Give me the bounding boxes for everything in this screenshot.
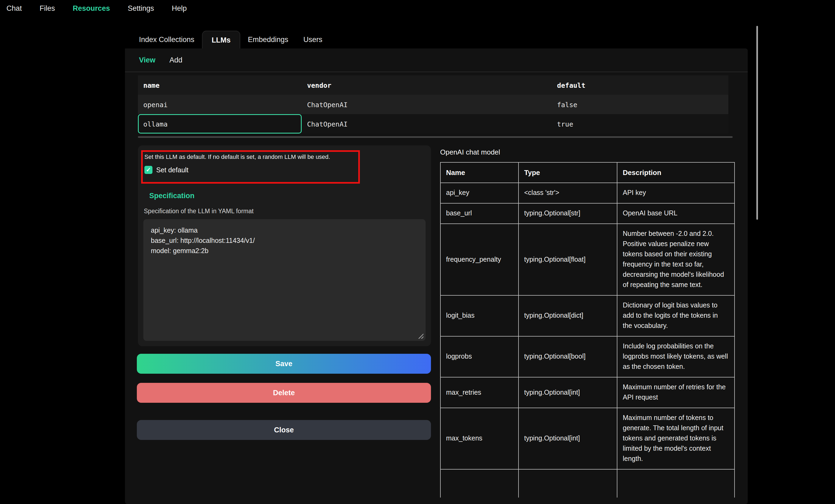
nav-item-chat[interactable]: Chat — [6, 4, 22, 12]
schema-cell-name: api_key — [441, 183, 518, 203]
cell-default: true — [552, 114, 728, 133]
schema-cell-name: base_url — [441, 203, 518, 224]
llm-row-ollama[interactable]: ollama ChatOpenAI true — [138, 114, 728, 133]
schema-cell-type: typing.Optional[dict] — [518, 295, 617, 336]
schema-cell-type: typing.Optional[int] — [518, 408, 617, 469]
llm-table-header: name vendor default — [138, 76, 728, 95]
schema-cell-name: max_tokens — [441, 408, 518, 469]
schema-row-api-key: api_key <class 'str'> API key — [441, 183, 735, 203]
annotation-red-box: Set this LLM as default. If no default i… — [141, 150, 360, 184]
llm-table: name vendor default openai ChatOpenAI fa… — [138, 76, 728, 133]
schema-cell-name: frequency_penalty — [441, 224, 518, 295]
schema-cell-description: Maximum number of retries for the API re… — [617, 377, 735, 408]
schema-cell-type: typing.Optional[int] — [518, 377, 617, 408]
app-scaled-canvas: Chat Files Resources Settings Help Index… — [0, 0, 835, 504]
schema-cell-type: typing.Optional[float] — [518, 224, 617, 295]
schema-cell-name: max_retries — [441, 377, 518, 408]
close-button[interactable]: Close — [137, 420, 431, 440]
cell-name: openai — [138, 95, 302, 114]
nav-item-help[interactable]: Help — [172, 4, 187, 12]
schema-cell-type: typing.Optional[bool] — [518, 336, 617, 377]
yaml-spec-textarea[interactable]: api_key: ollama base_url: http://localho… — [143, 219, 426, 341]
schema-cell-description — [617, 469, 735, 498]
schema-cell-name: logit_bias — [441, 295, 518, 336]
subtab-add[interactable]: Add — [162, 56, 189, 64]
schema-col-type: Type — [518, 162, 617, 183]
app-root: Chat Files Resources Settings Help Index… — [0, 0, 835, 504]
specification-heading: Specification — [149, 192, 195, 200]
nav-item-settings[interactable]: Settings — [128, 4, 154, 12]
schema-row-frequency-penalty: frequency_penalty typing.Optional[float]… — [441, 224, 735, 295]
check-icon: ✓ — [146, 166, 151, 173]
save-button[interactable]: Save — [137, 354, 431, 374]
column-header-name: name — [138, 76, 302, 95]
schema-cell-type: <class 'str'> — [518, 183, 617, 203]
schema-col-name: Name — [441, 162, 518, 183]
cell-name-selected: ollama — [138, 114, 302, 133]
cell-vendor: ChatOpenAI — [302, 114, 552, 133]
tab-embeddings[interactable]: Embeddings — [240, 31, 296, 48]
yaml-textarea-wrap: api_key: ollama base_url: http://localho… — [143, 219, 426, 341]
column-header-default: default — [552, 76, 728, 95]
model-schema-table: Name Type Description api_key <class 'st… — [440, 162, 735, 498]
schema-cell-description: Maximum number of tokens to generate. Th… — [617, 408, 735, 469]
schema-cell-description: Dictionary of logit bias values to add t… — [617, 295, 735, 336]
schema-cell-name: logprobs — [441, 336, 518, 377]
horizontal-scrollbar[interactable] — [138, 136, 733, 138]
subtab-divider — [125, 71, 748, 72]
specification-caption: Specification of the LLM in YAML format — [144, 208, 253, 214]
schema-row-max-tokens: max_tokens typing.Optional[int] Maximum … — [441, 408, 735, 469]
schema-row-max-retries: max_retries typing.Optional[int] Maximum… — [441, 377, 735, 408]
schema-row-logit-bias: logit_bias typing.Optional[dict] Diction… — [441, 295, 735, 336]
cell-vendor: ChatOpenAI — [302, 95, 552, 114]
schema-cell-name — [441, 469, 518, 498]
schema-cell-description: Include log probabilities on the logprob… — [617, 336, 735, 377]
cell-default: false — [552, 95, 728, 114]
set-default-label: Set default — [156, 166, 188, 174]
delete-button[interactable]: Delete — [137, 383, 431, 403]
subtab-view[interactable]: View — [132, 56, 162, 64]
llm-detail-card: Set this LLM as default. If no default i… — [138, 145, 431, 346]
tab-users[interactable]: Users — [296, 31, 330, 48]
schema-cell-description: OpenAI base URL — [617, 203, 735, 224]
schema-cell-description: API key — [617, 183, 735, 203]
schema-col-description: Description — [617, 162, 735, 183]
schema-row-partial — [441, 469, 735, 498]
schema-row-base-url: base_url typing.Optional[str] OpenAI bas… — [441, 203, 735, 224]
set-default-row[interactable]: ✓ Set default — [144, 166, 188, 174]
set-default-checkbox[interactable]: ✓ — [144, 166, 152, 174]
schema-row-logprobs: logprobs typing.Optional[bool] Include l… — [441, 336, 735, 377]
schema-header-row: Name Type Description — [441, 162, 735, 183]
llm-row-openai[interactable]: openai ChatOpenAI false — [138, 95, 728, 114]
column-header-vendor: vendor — [302, 76, 552, 95]
vertical-scrollbar[interactable] — [756, 26, 758, 220]
tab-index-collections[interactable]: Index Collections — [131, 31, 202, 48]
model-panel-title: OpenAI chat model — [440, 148, 500, 156]
nav-item-files[interactable]: Files — [40, 4, 55, 12]
resources-tab-bar: Index Collections LLMs Embeddings Users — [125, 31, 330, 48]
view-add-subtabs: View Add — [132, 52, 189, 68]
default-note-text: Set this LLM as default. If no default i… — [144, 153, 330, 160]
tab-llms[interactable]: LLMs — [202, 31, 241, 48]
schema-cell-type — [518, 469, 617, 498]
schema-cell-description: Number between -2.0 and 2.0. Positive va… — [617, 224, 735, 295]
nav-item-resources[interactable]: Resources — [73, 4, 110, 12]
top-nav: Chat Files Resources Settings Help — [0, 0, 835, 16]
llms-panel: View Add name vendor default openai Chat… — [125, 48, 748, 504]
schema-cell-type: typing.Optional[str] — [518, 203, 617, 224]
